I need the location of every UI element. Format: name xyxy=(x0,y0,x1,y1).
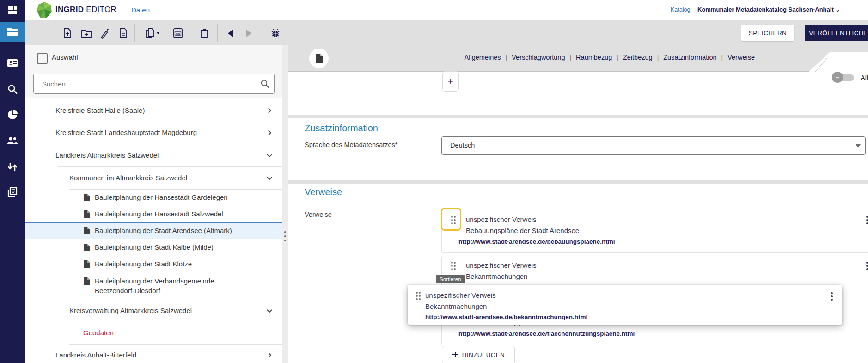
tree-item-kloetze[interactable]: Bauleitplanung der Stadt Klötze xyxy=(25,256,282,272)
tab-raumbezug[interactable]: Raumbezug xyxy=(576,54,612,61)
tree-item-label: Geodaten xyxy=(83,329,114,337)
tab-separator: | xyxy=(653,54,664,61)
form-header-band: Allgemeines|Verschlagwortung|Raumbezug|Z… xyxy=(288,45,868,72)
more-menu-icon[interactable] xyxy=(828,291,836,301)
verweis-type: unspezifischer Verweis xyxy=(466,215,537,223)
document-icon xyxy=(83,227,90,235)
tab-separator: | xyxy=(612,54,623,61)
app-title: INGRID EDITOR xyxy=(55,5,116,14)
section-top: + − Alle xyxy=(288,72,868,115)
new-document-icon xyxy=(62,28,73,39)
drag-handle-icon[interactable] xyxy=(450,261,457,271)
tab-zeitbezug[interactable]: Zeitbezug xyxy=(623,54,653,61)
delete-button[interactable] xyxy=(198,27,210,39)
verweis-url[interactable]: http://www.stadt-arendsee.de/flaechennut… xyxy=(458,330,635,337)
tree-header: Auswahl xyxy=(25,45,282,98)
tree-item-gardelegen[interactable]: Bauleitplanung der Hansestadt Gardelegen xyxy=(25,189,282,206)
language-label: Sprache des Metadatensatzes* xyxy=(305,141,398,148)
document-button[interactable] xyxy=(117,27,129,39)
toolbar-separator xyxy=(134,24,135,42)
add-verweis-label: HINZUFÜGEN xyxy=(462,351,505,358)
tab-allgemeines[interactable]: Allgemeines xyxy=(465,54,501,61)
tree-item-kreisverwaltung[interactable]: Kreisverwaltung Altmarkkreis Salzwedel xyxy=(25,300,282,322)
navigate-back-button[interactable] xyxy=(224,27,236,39)
rail-item-dashboard[interactable] xyxy=(0,0,25,20)
toggle-all[interactable]: − Alle xyxy=(833,74,868,81)
tree-item-anhalt-bitterfeld[interactable]: Landkreis Anhalt-Bitterfeld xyxy=(25,344,282,363)
chevron-down-icon[interactable] xyxy=(266,152,273,159)
tree-item-salzwedel-doc[interactable]: Bauleitplanung der Hansestadt Salzwedel xyxy=(25,206,282,222)
nav-daten[interactable]: Daten xyxy=(131,6,150,14)
verweis-url[interactable]: http://www.stadt-arendsee.de/bekanntmach… xyxy=(425,314,587,320)
tree-item-label: Kreisverwaltung Altmarkkreis Salzwedel xyxy=(69,307,192,314)
chevron-right-icon[interactable] xyxy=(266,107,273,114)
copy-button[interactable] xyxy=(143,27,163,39)
tree-item-halle[interactable]: Kreisfreie Stadt Halle (Saale) xyxy=(25,99,282,122)
panel-resize-handle[interactable] xyxy=(282,45,288,363)
bug-icon xyxy=(270,28,281,39)
copy-icon xyxy=(145,28,155,39)
address-card-icon xyxy=(7,58,18,68)
save-button[interactable]: SPEICHERN xyxy=(741,25,794,41)
verweis-url[interactable]: http://www.stadt-arendsee.de/bebauungspl… xyxy=(458,238,615,245)
debug-button[interactable] xyxy=(269,27,281,39)
tree-item-verbandsgemeinde[interactable]: Bauleitplanung der Verbandsgemeinde Beet… xyxy=(25,272,282,300)
document-icon xyxy=(315,54,323,63)
drag-preview-card[interactable]: unspezifischer Verweis Bekanntmachungen … xyxy=(408,285,842,325)
section-zusatzinformation: Zusatzinformation Sprache des Metadatens… xyxy=(288,118,868,180)
add-verweis-button[interactable]: HINZUFÜGEN xyxy=(442,346,515,363)
rail-item-catalogs[interactable] xyxy=(0,182,25,203)
rail-item-import-export[interactable] xyxy=(0,157,25,177)
chevron-down-icon[interactable] xyxy=(266,308,273,314)
tree-item-kalbe[interactable]: Bauleitplanung der Stadt Kalbe (Milde) xyxy=(25,239,282,256)
drag-handle-icon[interactable] xyxy=(415,291,422,301)
toggle-thumb-icon[interactable]: − xyxy=(832,72,843,83)
edit-wand-button[interactable] xyxy=(98,27,110,39)
icon-rail xyxy=(0,0,25,363)
new-folder-button[interactable] xyxy=(80,27,92,39)
selection-checkbox[interactable] xyxy=(37,53,48,64)
tree-item-geodaten[interactable]: Geodaten xyxy=(25,322,282,344)
more-menu-icon[interactable] xyxy=(863,261,868,271)
tree-item-magdeburg[interactable]: Kreisfreie Stadt Landeshauptstadt Magdeb… xyxy=(25,122,282,144)
publish-label: VERÖFFENTLICHEN xyxy=(805,30,868,37)
rail-item-documents[interactable] xyxy=(0,22,25,42)
rail-item-search[interactable] xyxy=(0,79,25,99)
add-section-button[interactable]: + xyxy=(442,71,459,92)
rail-item-addresses[interactable] xyxy=(0,53,25,73)
catalog-selector[interactable]: Kommunaler Metadatenkatalog Sachsen-Anha… xyxy=(697,6,840,13)
navigate-forward-button[interactable] xyxy=(243,27,255,39)
tree-item-label: Kreisfreie Stadt Landeshauptstadt Magdeb… xyxy=(55,129,197,136)
toolbar-separator xyxy=(259,24,259,42)
verweise-field-label: Verweise xyxy=(305,211,332,218)
language-select[interactable]: Deutsch xyxy=(441,136,866,155)
more-menu-icon[interactable] xyxy=(863,215,868,225)
chevron-right-icon[interactable] xyxy=(266,129,273,136)
publish-button[interactable]: VERÖFFENTLICHEN ▼ xyxy=(805,25,868,41)
tree-item-label: Kreisfreie Stadt Halle (Saale) xyxy=(55,106,145,114)
pie-chart-icon xyxy=(7,110,18,120)
document-icon xyxy=(83,243,90,252)
catalog-icon xyxy=(7,187,18,197)
rail-item-users[interactable] xyxy=(0,130,25,151)
tab-zusatzinformation[interactable]: Zusatzinformation xyxy=(663,54,716,61)
tree-item-arendsee-selected[interactable]: Bauleitplanung der Stadt Arendsee (Altma… xyxy=(25,222,282,239)
verweis-type: unspezifischer Verweis xyxy=(466,261,537,269)
select-caret-icon xyxy=(856,144,861,148)
search-input[interactable] xyxy=(41,74,256,93)
tree-item-altmarkkreis[interactable]: Landkreis Altmarkkreis Salzwedel xyxy=(25,144,282,166)
search-icon[interactable] xyxy=(260,79,269,88)
app-title-bold: INGRID xyxy=(55,5,84,14)
tab-verschlagwortung[interactable]: Verschlagwortung xyxy=(512,54,565,61)
chevron-down-icon[interactable] xyxy=(266,175,273,181)
chevron-right-icon[interactable] xyxy=(266,352,273,358)
new-document-button[interactable] xyxy=(61,27,73,39)
verweis-entry: unspezifischer Verweis Bebauungspläne de… xyxy=(441,209,868,253)
tab-verweise[interactable]: Verweise xyxy=(727,54,755,61)
edit-wand-icon xyxy=(99,28,110,39)
rail-item-reports[interactable] xyxy=(0,105,25,125)
iso-export-button[interactable]: ISO xyxy=(172,27,184,39)
plus-icon xyxy=(452,351,458,358)
tree-item-kommunen[interactable]: Kommunen im Altmarkkreis Salzwedel xyxy=(25,166,282,189)
app-title-light: EDITOR xyxy=(86,5,116,14)
